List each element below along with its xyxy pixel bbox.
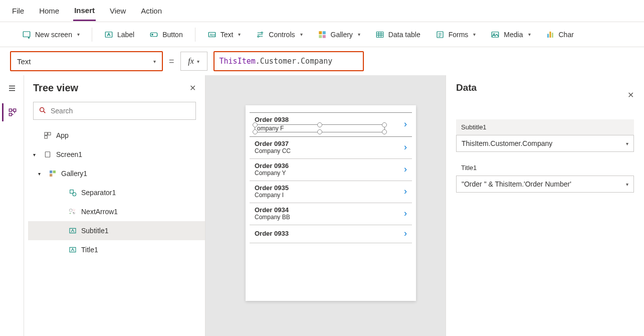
tree-node-gallery[interactable]: ▾ Gallery1 [28, 164, 205, 183]
data-field-value: ThisItem.Customer.Company [462, 139, 552, 147]
chart-dropdown[interactable]: Char [541, 22, 579, 47]
gallery-row[interactable]: Order 0933› [250, 225, 412, 243]
chevron-down-icon: ▾ [473, 32, 476, 37]
tree-node-app[interactable]: App [28, 126, 205, 145]
forms-icon [436, 30, 445, 39]
gallery-row-subtitle: Company I [255, 192, 289, 199]
formula-highlight[interactable]: ThisItem.Customer.Company [213, 51, 364, 71]
label-button-text: Label [117, 31, 134, 39]
chevron-down-icon: ▾ [153, 59, 156, 64]
tree-node-label: Gallery1 [61, 170, 87, 178]
button-button-text: Button [162, 31, 182, 39]
button-button[interactable]: Button [144, 22, 187, 47]
close-icon[interactable]: ✕ [627, 90, 634, 100]
gallery-dropdown[interactable]: Gallery ▾ [313, 22, 365, 47]
separator [195, 28, 195, 42]
tree-node-title1[interactable]: Title1 [28, 240, 205, 259]
gallery-row[interactable]: Order 0934Company BB› [250, 203, 412, 225]
gallery-row-subtitle: Company Y [255, 170, 289, 177]
svg-rect-25 [53, 171, 56, 173]
tree-view-panel: Tree view ✕ App ▾ Screen1 ▾ Galle [24, 75, 205, 336]
chevron-right-icon[interactable]: › [404, 119, 407, 129]
svg-rect-2 [150, 33, 157, 37]
chevron-right-icon[interactable]: › [404, 164, 407, 175]
chevron-right-icon[interactable]: › [404, 208, 407, 219]
chevron-down-icon: ▾ [300, 32, 303, 37]
label-button[interactable]: Label [99, 22, 139, 47]
tree-node-screen[interactable]: ▾ Screen1 [28, 145, 205, 164]
data-field-label: Subtitle1 [456, 119, 634, 135]
svg-rect-11 [322, 35, 325, 38]
gallery-preview[interactable]: Order 0938ompany F›Order 0937Company CC›… [246, 105, 416, 301]
label-icon [104, 30, 113, 39]
svg-rect-26 [50, 174, 52, 177]
data-field-label: Title1 [456, 160, 634, 176]
chevron-right-icon[interactable]: › [404, 228, 407, 239]
menu-file[interactable]: File [11, 2, 25, 20]
menu-home[interactable]: Home [38, 2, 60, 20]
close-icon[interactable]: ✕ [189, 83, 196, 93]
new-screen-button[interactable]: New screen ▾ [17, 22, 85, 47]
chevron-down-icon: ▾ [197, 59, 199, 64]
data-table-button[interactable]: Data table [370, 22, 425, 47]
tree-node-subtitle[interactable]: Subtitle1 [28, 221, 205, 240]
top-menu: File Home Insert View Action [0, 0, 644, 22]
media-icon [491, 30, 500, 39]
svg-text:♡: ♡ [73, 209, 75, 212]
gallery-row[interactable]: Order 0937Company CC› [250, 137, 412, 159]
tree-search[interactable] [33, 102, 196, 120]
main-area: Tree view ✕ App ▾ Screen1 ▾ Galle [0, 75, 644, 336]
tree-node-label: Separator1 [81, 189, 116, 197]
svg-point-28 [73, 193, 76, 196]
separator-icon [68, 188, 77, 197]
data-field-selector[interactable]: ThisItem.Customer.Company ▾ [456, 135, 634, 152]
gallery-row[interactable]: Order 0935Company I› [250, 181, 412, 203]
tree-node-nextarrow[interactable]: ◯♡+↻ NextArrow1 [28, 202, 205, 221]
nextarrow-icon: ◯♡+↻ [68, 207, 77, 216]
rail-tree-view[interactable] [2, 103, 22, 121]
media-dropdown[interactable]: Media ▾ [486, 22, 535, 47]
gallery-row[interactable]: Order 0938ompany F› [250, 112, 412, 137]
forms-dropdown[interactable]: Forms ▾ [431, 22, 481, 47]
controls-dropdown[interactable]: Controls ▾ [251, 22, 307, 47]
fx-button[interactable]: fx ▾ [180, 52, 207, 71]
ribbon: New screen ▾ Label Button Abc Text ▾ Con… [0, 22, 644, 47]
controls-icon [256, 30, 265, 39]
gallery-icon [48, 169, 57, 178]
property-selector[interactable]: Text ▾ [10, 51, 163, 71]
gallery-row[interactable]: Order 0936Company Y› [250, 159, 412, 181]
text-icon: Abc [207, 30, 217, 39]
svg-rect-20 [45, 132, 47, 135]
menu-insert[interactable]: Insert [73, 1, 96, 21]
svg-rect-9 [322, 31, 325, 34]
gallery-row-subtitle: Company CC [255, 147, 291, 154]
chevron-right-icon[interactable]: › [404, 142, 407, 152]
chevron-down-icon: ▾ [238, 32, 241, 37]
tree-list: App ▾ Screen1 ▾ Gallery1 Separator1 ◯♡+↻… [24, 126, 205, 259]
tree-search-input[interactable] [51, 107, 190, 115]
tree-node-label: Subtitle1 [81, 227, 108, 235]
menu-view[interactable]: View [109, 2, 127, 20]
svg-rect-21 [48, 132, 51, 135]
tree-node-separator[interactable]: Separator1 [28, 183, 205, 202]
svg-text:◯: ◯ [69, 209, 73, 212]
chevron-right-icon[interactable]: › [404, 186, 407, 197]
gallery-row-title: Order 0934 [255, 206, 290, 214]
svg-text:Abc: Abc [209, 33, 216, 37]
search-icon [39, 106, 47, 116]
chevron-down-icon: ▾ [358, 32, 360, 37]
text-dropdown-label: Text [221, 31, 234, 39]
formula-input-area[interactable]: ThisItem.Customer.Company [213, 51, 634, 71]
gallery-dropdown-label: Gallery [331, 31, 353, 39]
canvas[interactable]: Order 0938ompany F›Order 0937Company CC›… [205, 75, 446, 336]
chevron-down-icon: ▾ [77, 32, 80, 37]
selected-subtitle-control[interactable]: ompany F [255, 124, 385, 132]
data-field-selector[interactable]: "Order " & ThisItem.'Order Number' ▾ [456, 176, 634, 193]
data-table-label: Data table [388, 31, 420, 39]
data-table-icon [375, 30, 384, 39]
rail-hamburger[interactable] [2, 79, 22, 97]
menu-action[interactable]: Action [140, 2, 163, 20]
text-dropdown[interactable]: Abc Text ▾ [202, 22, 246, 47]
chart-dropdown-label: Char [559, 31, 574, 39]
equals-sign: = [169, 56, 174, 67]
